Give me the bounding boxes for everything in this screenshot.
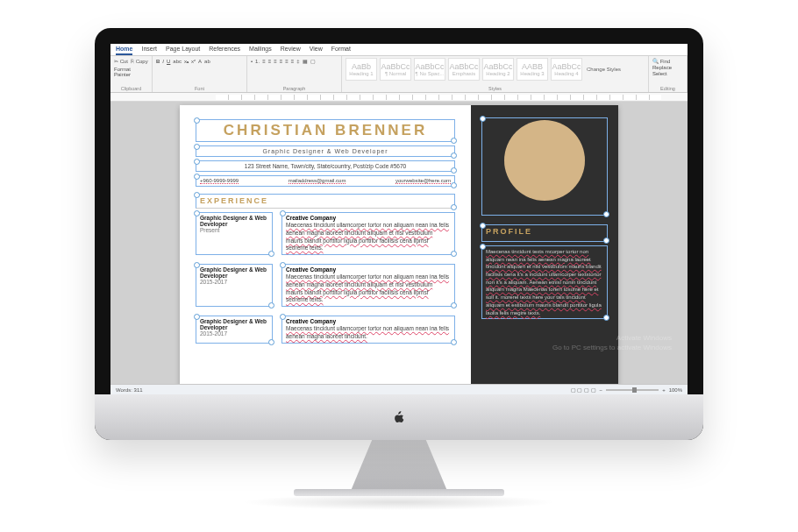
editing-group: 🔍 Find Replace Select Editing: [649, 56, 688, 92]
style-5[interactable]: AABBHeading 3: [517, 58, 548, 81]
exp-meta-0[interactable]: Graphic Designer & Web DeveloperPresent: [196, 212, 273, 255]
exp-body-0[interactable]: Creative CompanyMaecenas tincidunt ullam…: [281, 212, 455, 255]
styles-group: AaBbHeading 1AaBbCc¶ NormalAaBbCc¶ No Sp…: [342, 56, 649, 92]
sidebar-panel: PROFILE Maecenas tincidunt texts mcorper…: [471, 105, 618, 384]
clipboard-group: ✂ Cut ⎘ Copy Format Painter Clipboard: [110, 56, 153, 92]
exp-meta-2[interactable]: Graphic Designer & Web Developer2015-201…: [196, 316, 273, 344]
font-label: Font: [156, 86, 243, 91]
italic-button[interactable]: I: [162, 59, 164, 64]
screen: Home Insert Page Layout References Maili…: [110, 44, 688, 394]
style-0[interactable]: AaBbHeading 1: [346, 58, 377, 81]
align-right-button[interactable]: ≡: [285, 59, 289, 64]
shading-button[interactable]: ▦: [303, 58, 308, 64]
page: CHRISTIAN BRENNER Graphic Designer & Web…: [180, 105, 618, 384]
ribbon-tabs: Home Insert Page Layout References Maili…: [110, 44, 688, 56]
email-text: mailaddress@gmail.com: [289, 178, 346, 184]
apple-logo-icon: [391, 409, 407, 425]
clipboard-label: Clipboard: [114, 86, 148, 91]
contact-row[interactable]: +960-9999-9999 mailaddress@gmail.com you…: [196, 175, 455, 187]
profile-text[interactable]: Maecenas tincidunt texts mcorper tortor …: [486, 248, 603, 316]
document-canvas[interactable]: CHRISTIAN BRENNER Graphic Designer & Web…: [110, 102, 688, 384]
font-color-button[interactable]: A: [198, 59, 202, 64]
profile-heading[interactable]: PROFILE: [486, 227, 603, 236]
imac-chin: [95, 394, 703, 440]
underline-button[interactable]: U: [167, 59, 170, 64]
bold-button[interactable]: B: [156, 59, 160, 64]
change-styles-button[interactable]: Change Styles: [585, 65, 623, 74]
avatar-placeholder[interactable]: [504, 120, 585, 201]
zoom-level[interactable]: 100%: [669, 387, 682, 393]
zoom-out-button[interactable]: −: [600, 387, 603, 393]
resume-address[interactable]: 123 Street Name, Town/city, State/countr…: [200, 163, 451, 169]
zoom-in-button[interactable]: +: [662, 387, 666, 393]
tab-review[interactable]: Review: [281, 46, 301, 55]
format-painter-button[interactable]: Format Painter: [114, 67, 148, 77]
font-group: B I U abc x₂ x² A ab Font: [153, 56, 247, 92]
subscript-button[interactable]: x₂: [184, 58, 189, 64]
superscript-button[interactable]: x²: [191, 59, 196, 64]
numbering-button[interactable]: 1.: [255, 59, 260, 64]
find-button[interactable]: 🔍 Find: [652, 58, 670, 64]
tab-references[interactable]: References: [209, 46, 240, 55]
phone-text: +960-9999-9999: [200, 178, 239, 184]
exp-body-2[interactable]: Creative CompanyMaecenas tincidunt ullam…: [281, 316, 455, 344]
exp-body-1[interactable]: Creative CompanyMaecenas tincidunt ullam…: [281, 264, 455, 307]
indent-dec-button[interactable]: ≡: [262, 59, 266, 64]
zoom-slider[interactable]: [606, 389, 659, 391]
tab-home[interactable]: Home: [116, 46, 132, 55]
horizontal-ruler[interactable]: [110, 93, 688, 102]
style-1[interactable]: AaBbCc¶ Normal: [380, 58, 411, 81]
cut-button[interactable]: ✂ Cut: [114, 58, 128, 64]
align-left-button[interactable]: ≡: [274, 59, 277, 64]
experience-heading[interactable]: EXPERIENCE: [196, 194, 455, 209]
tab-format[interactable]: Format: [331, 46, 351, 55]
tab-page-layout[interactable]: Page Layout: [166, 46, 200, 55]
website-text: yourwebsite@here.com: [395, 178, 451, 184]
tab-insert[interactable]: Insert: [141, 46, 157, 55]
resume-name[interactable]: CHRISTIAN BRENNER: [200, 122, 451, 139]
resume-subtitle[interactable]: Graphic Designer & Web Developer: [200, 148, 451, 154]
bullets-button[interactable]: •: [251, 59, 253, 64]
borders-button[interactable]: ▢: [310, 58, 316, 64]
highlight-button[interactable]: ab: [204, 59, 210, 64]
status-bar: Words: 311 ▢ ▢ ▢ ▢ − + 100%: [110, 384, 688, 394]
exp-meta-1[interactable]: Graphic Designer & Web Developer2015-201…: [196, 264, 273, 307]
imac-monitor: Home Insert Page Layout References Maili…: [95, 28, 703, 440]
styles-label: Styles: [346, 86, 645, 91]
justify-button[interactable]: ≡: [291, 59, 295, 64]
tab-view[interactable]: View: [310, 46, 323, 55]
replace-button[interactable]: Replace: [652, 65, 672, 70]
strike-button[interactable]: abc: [173, 59, 182, 64]
select-button[interactable]: Select: [652, 71, 667, 76]
style-4[interactable]: AaBbCcHeading 2: [482, 58, 514, 81]
editing-label: Editing: [652, 86, 683, 91]
paragraph-group: • 1. ≡ ≡ ≡ ≡ ≡ ≡ ‡ ▦ ▢ Paragraph: [247, 56, 342, 92]
view-buttons[interactable]: ▢ ▢ ▢ ▢: [571, 387, 596, 393]
copy-button[interactable]: ⎘ Copy: [131, 59, 148, 64]
word-count[interactable]: Words: 311: [116, 387, 143, 393]
style-6[interactable]: AaBbCcHeading 4: [551, 58, 582, 81]
line-spacing-button[interactable]: ‡: [296, 59, 299, 64]
tab-mailings[interactable]: Mailings: [249, 46, 272, 55]
style-3[interactable]: AaBbCcEmphasis: [448, 58, 480, 81]
style-2[interactable]: AaBbCc¶ No Spac...: [414, 58, 445, 81]
indent-inc-button[interactable]: ≡: [268, 59, 272, 64]
align-center-button[interactable]: ≡: [280, 59, 283, 64]
ribbon: ✂ Cut ⎘ Copy Format Painter Clipboard B …: [110, 56, 688, 93]
paragraph-label: Paragraph: [251, 86, 338, 91]
